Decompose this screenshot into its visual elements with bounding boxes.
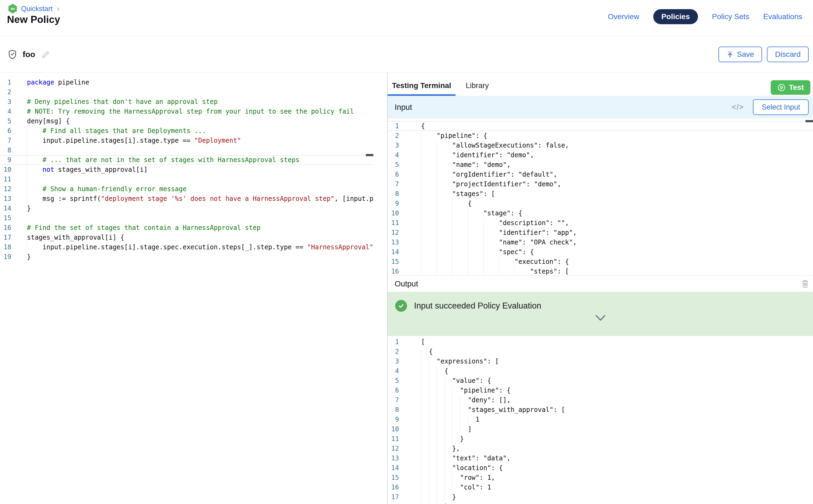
- line-number: 14: [387, 247, 403, 257]
- harness-logo-icon: ∞: [8, 4, 17, 13]
- code-line: 7input.pipeline.stages[i].stage.type == …: [0, 136, 387, 145]
- line-number: 13: [387, 237, 403, 247]
- code-line: 2"pipeline": {: [387, 131, 813, 141]
- line-number: 11: [0, 174, 16, 184]
- line-number: 6: [387, 170, 403, 179]
- code-line: 10"stage": {: [387, 208, 813, 218]
- line-number: 2: [0, 87, 16, 97]
- code-line: 16"steps": [: [387, 267, 813, 276]
- tab-policy-sets[interactable]: Policy Sets: [712, 12, 749, 21]
- code-line: 15"execution": {: [387, 257, 813, 267]
- code-line: 6"orgIdentifier": "default",: [387, 170, 813, 179]
- tab-policies[interactable]: Policies: [653, 9, 698, 24]
- line-number: 9: [0, 155, 16, 165]
- terminal-tabs: Testing Terminal Library Test: [387, 73, 813, 96]
- line-number: 4: [387, 366, 403, 376]
- code-line: 8"stages_with_approval": [: [387, 405, 813, 415]
- line-number: 12: [0, 184, 16, 194]
- edit-pencil-icon[interactable]: [41, 50, 50, 59]
- code-line: 1[: [387, 337, 813, 347]
- code-line: 15"row": 1,: [387, 473, 813, 482]
- tab-testing-terminal[interactable]: Testing Terminal: [392, 81, 451, 90]
- active-tab-underline: [387, 94, 456, 96]
- line-number: 15: [387, 473, 403, 482]
- code-line: 16"col": 1: [387, 482, 813, 492]
- line-number: 5: [387, 160, 403, 170]
- discard-button[interactable]: Discard: [767, 47, 809, 62]
- line-number: 9: [387, 199, 403, 208]
- code-line: 19}: [0, 252, 387, 262]
- code-line: 14"spec": {: [387, 247, 813, 257]
- code-line: 6"pipeline": {: [387, 386, 813, 395]
- line-number: 1: [387, 337, 403, 347]
- code-line: 14}: [0, 204, 387, 213]
- code-line: 11: [0, 174, 387, 184]
- line-number: 1: [387, 121, 403, 131]
- nav-tabs: Overview Policies Policy Sets Evaluation…: [608, 9, 802, 24]
- page-title: New Policy: [7, 14, 60, 25]
- tab-evaluations[interactable]: Evaluations: [763, 12, 802, 21]
- policy-code-panel: 1package pipeline23# Deny pipelines that…: [0, 73, 387, 504]
- line-number: 11: [387, 218, 403, 228]
- code-line: 15: [0, 213, 387, 223]
- code-line: 9# ... that are not in the set of stages…: [0, 155, 387, 165]
- line-number: 19: [0, 252, 16, 262]
- line-number: 8: [0, 145, 16, 155]
- line-number: 3: [387, 141, 403, 150]
- code-line: 11"description": "",: [387, 218, 813, 228]
- code-line: 13"text": "data",: [387, 453, 813, 463]
- code-line: 4# NOTE: Try removing the HarnessApprova…: [0, 107, 387, 116]
- select-input-button[interactable]: Select Input: [753, 99, 809, 115]
- line-number: 5: [0, 116, 16, 126]
- banner-text: Input succeeded Policy Evaluation: [414, 301, 541, 311]
- code-line: 5deny[msg] {: [0, 116, 387, 126]
- line-number: 16: [387, 482, 403, 492]
- line-number: 17: [387, 492, 403, 502]
- code-line: 5"value": {: [387, 376, 813, 386]
- line-number: 12: [387, 228, 403, 237]
- policy-toolbar: foo Save Discard: [0, 36, 813, 73]
- input-json-editor[interactable]: 1{2"pipeline": {3"allowStageExecutions":…: [387, 118, 813, 276]
- line-number: 16: [387, 267, 403, 276]
- policy-name: foo: [23, 50, 35, 59]
- save-button[interactable]: Save: [718, 47, 762, 62]
- line-number: 3: [387, 356, 403, 366]
- rego-editor[interactable]: 1package pipeline23# Deny pipelines that…: [0, 73, 387, 504]
- test-button[interactable]: Test: [771, 80, 811, 95]
- page-header: ∞ Quickstart › New Policy Overview Polic…: [0, 0, 813, 36]
- cursor-mark: [805, 120, 813, 122]
- test-label: Test: [789, 83, 804, 92]
- code-tag-icon[interactable]: </>: [732, 103, 744, 111]
- code-line: 4{: [387, 366, 813, 376]
- tab-library[interactable]: Library: [466, 81, 489, 90]
- cursor-mark: [366, 154, 373, 156]
- success-check-icon: [395, 300, 407, 312]
- breadcrumb: ∞ Quickstart ›: [8, 4, 59, 13]
- output-json-editor[interactable]: 1[2{3"expressions": [4{5"value": {6"pipe…: [387, 336, 813, 504]
- code-line: 13msg := sprintf("deployment stage '%s' …: [0, 194, 387, 204]
- code-line: 1package pipeline: [0, 78, 387, 87]
- play-circle-icon: [777, 83, 786, 92]
- code-line: 7"projectIdentifier": "demo",: [387, 179, 813, 189]
- chevron-right-icon: ›: [57, 4, 59, 13]
- line-number: 10: [387, 424, 403, 434]
- code-line: 9{: [387, 199, 813, 208]
- code-line: 91: [387, 415, 813, 424]
- chevron-down-icon[interactable]: [595, 314, 606, 321]
- line-number: 6: [0, 126, 16, 136]
- breadcrumb-project-link[interactable]: Quickstart: [21, 5, 53, 13]
- line-number: 4: [0, 107, 16, 116]
- code-line: 4"identifier": "demo",: [387, 150, 813, 160]
- code-line: 10not stages_with_approval[i]: [0, 165, 387, 174]
- input-label: Input: [394, 103, 412, 112]
- code-line: 12# Show a human-friendly error message: [0, 184, 387, 194]
- line-number: 7: [0, 136, 16, 145]
- line-number: 9: [387, 415, 403, 424]
- trash-icon[interactable]: [801, 279, 809, 288]
- line-number: 14: [387, 463, 403, 473]
- tab-overview[interactable]: Overview: [608, 12, 639, 21]
- code-line: 3# Deny pipelines that don't have an app…: [0, 97, 387, 107]
- line-number: 17: [0, 233, 16, 242]
- code-line: 17stages_with_approval[i] {: [0, 233, 387, 242]
- code-line: 7"deny": [],: [387, 395, 813, 405]
